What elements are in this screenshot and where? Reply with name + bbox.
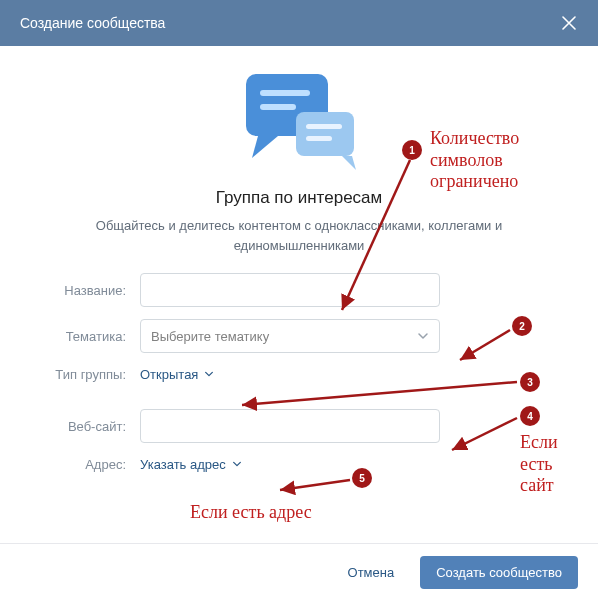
topic-label: Тематика: [30,329,140,344]
svg-marker-1 [252,136,278,158]
row-topic: Тематика: Выберите тематику [30,319,568,353]
hero-heading: Группа по интересам [30,188,568,208]
hero-section: Группа по интересам Общайтесь и делитесь… [30,66,568,255]
topic-select[interactable]: Выберите тематику [140,319,440,353]
chevron-down-icon [204,367,214,382]
svg-rect-4 [296,112,354,156]
address-link[interactable]: Указать адрес [140,457,242,472]
row-address: Адрес: Указать адрес [30,455,568,473]
modal-body: Группа по интересам Общайтесь и делитесь… [0,46,598,543]
close-icon[interactable] [560,14,578,32]
name-input[interactable] [140,273,440,307]
topic-placeholder: Выберите тематику [151,329,269,344]
type-value: Открытая [140,367,198,382]
svg-rect-7 [306,136,332,141]
modal-header: Создание сообщества [0,0,598,46]
chevron-down-icon [417,330,429,342]
svg-rect-6 [306,124,342,129]
website-input[interactable] [140,409,440,443]
type-link[interactable]: Открытая [140,367,214,382]
chevron-down-icon [232,457,242,472]
modal-footer: Отмена Создать сообщество [0,543,598,601]
hero-subtext: Общайтесь и делитесь контентом с однокла… [89,216,509,255]
svg-marker-5 [342,156,356,170]
type-label: Тип группы: [30,367,140,382]
address-label: Адрес: [30,457,140,472]
row-type: Тип группы: Открытая [30,365,568,383]
svg-rect-3 [260,104,296,110]
submit-button[interactable]: Создать сообщество [420,556,578,589]
cancel-button[interactable]: Отмена [334,557,409,588]
website-label: Веб-сайт: [30,419,140,434]
row-name: Название: [30,273,568,307]
address-value: Указать адрес [140,457,226,472]
modal-title: Создание сообщества [20,15,165,31]
name-label: Название: [30,283,140,298]
row-website: Веб-сайт: [30,409,568,443]
create-community-modal: Создание сообщества Группа по интересам [0,0,598,601]
svg-rect-2 [260,90,310,96]
chat-bubbles-icon [224,66,374,176]
